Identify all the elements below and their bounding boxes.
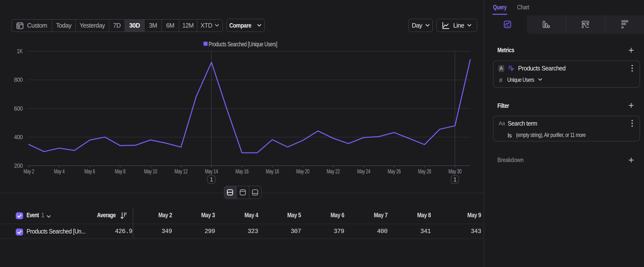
svg-text:May 22: May 22 — [327, 168, 340, 175]
svg-text:May 16: May 16 — [236, 168, 248, 175]
svg-text:May 10: May 10 — [144, 168, 157, 175]
svg-text:200: 200 — [14, 163, 23, 169]
svg-text:1: 1 — [210, 176, 213, 183]
svg-text:May 8: May 8 — [115, 168, 126, 175]
svg-text:May 20: May 20 — [296, 168, 309, 175]
svg-text:May 26: May 26 — [388, 168, 401, 175]
svg-text:May 30: May 30 — [448, 168, 462, 175]
svg-text:600: 600 — [14, 105, 23, 112]
svg-text:May 24: May 24 — [357, 168, 370, 175]
svg-text:May 14: May 14 — [205, 168, 218, 175]
svg-text:May 18: May 18 — [266, 168, 279, 175]
svg-text:May 2: May 2 — [24, 168, 34, 175]
svg-text:1K: 1K — [17, 48, 23, 55]
svg-text:May 4: May 4 — [54, 168, 65, 175]
svg-text:May 6: May 6 — [84, 168, 95, 175]
svg-text:1: 1 — [453, 176, 456, 183]
svg-text:Products Searched [Unique User: Products Searched [Unique Users] — [208, 41, 277, 48]
svg-text:800: 800 — [14, 77, 23, 83]
svg-text:May 12: May 12 — [174, 168, 188, 175]
svg-text:May 28: May 28 — [418, 168, 431, 175]
svg-text:400: 400 — [14, 134, 23, 140]
